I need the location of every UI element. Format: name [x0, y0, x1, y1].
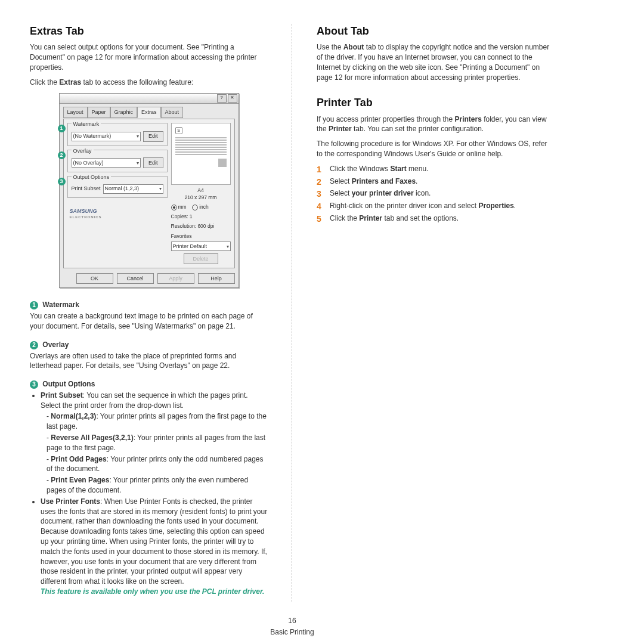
close-icon[interactable]: ✕ [228, 94, 237, 103]
column-divider [292, 24, 293, 602]
output-options-fieldset: 3 Output Options Print Subset Normal (1,… [67, 176, 168, 198]
tab-extras[interactable]: Extras [137, 107, 161, 118]
overlay-dropdown[interactable]: (No Overlay) [72, 158, 141, 168]
tab-graphic[interactable]: Graphic [110, 107, 138, 118]
ok-button[interactable]: OK [76, 273, 113, 284]
dialog-titlebar: ? ✕ [60, 94, 239, 104]
overlay-legend: Overlay [72, 148, 94, 154]
dash-odd: Print Odd Pages: Your printer prints onl… [47, 454, 268, 475]
heading-about-tab: About Tab [317, 24, 555, 39]
apply-button[interactable]: Apply [157, 273, 194, 284]
text: Click the Windows [330, 165, 390, 173]
text: tab to access the following feature: [81, 78, 193, 86]
bold: Reverse All Pages(3,2,1) [51, 434, 133, 442]
callout-overlay: 2 Overlay [30, 340, 268, 350]
marker-3: 3 [58, 178, 66, 185]
overlay-fieldset: 2 Overlay (No Overlay) Edit [67, 150, 168, 173]
text: . [514, 202, 516, 210]
bold: Print Even Pages [51, 476, 109, 484]
preview-size: A4 210 x 297 mm [171, 187, 231, 202]
preview-logo-icon: S [175, 127, 182, 134]
text: Right-click on the printer driver icon a… [330, 202, 478, 210]
callout-num-2: 2 [30, 341, 38, 349]
bold: Print Odd Pages [51, 455, 106, 463]
printer-p2: The following procedure is for Windows X… [317, 139, 555, 159]
text: Click the [30, 78, 59, 86]
intro-paragraph-2: Click the Extras tab to access the follo… [30, 78, 268, 88]
step-4: 4 Right-click on the printer driver icon… [317, 201, 555, 211]
bold-start: Start [390, 165, 406, 173]
watermark-fieldset: 1 Watermark (No Watermark) Edit [67, 123, 168, 146]
print-subset-dropdown[interactable]: Normal (1,2,3) [103, 184, 163, 194]
bold-your-printer-driver: your printer driver [352, 189, 414, 197]
dash-even: Print Even Pages: Your printer prints on… [47, 475, 268, 496]
favorites-delete-button[interactable]: Delete [184, 253, 218, 264]
section-title: Basic Printing [30, 627, 555, 637]
copies-info: Copies: 1 [171, 213, 231, 221]
favorites-dropdown[interactable]: Printer Default [171, 242, 231, 251]
heading-extras-tab: Extras Tab [30, 24, 268, 39]
tab-paper[interactable]: Paper [88, 107, 110, 118]
step-5: 5 Click the Printer tab and set the opti… [317, 213, 555, 224]
bold-print-subset: Print Subset [41, 391, 83, 400]
bold-printer: Printer [329, 125, 352, 133]
text: Use the [317, 43, 343, 51]
tab-about[interactable]: About [161, 107, 184, 118]
bullet-use-printer-fonts: Use Printer Fonts: When Use Printer Font… [41, 497, 268, 597]
unit-inch-label: inch [199, 204, 209, 210]
help-icon[interactable]: ? [217, 94, 227, 103]
printer-p1: If you access printer properties through… [317, 114, 555, 135]
bold-about: About [343, 43, 364, 51]
printer-properties-dialog: ? ✕ Layout Paper Graphic Extras About 1 … [59, 93, 239, 288]
callout-watermark: 1 Watermark [30, 300, 268, 310]
bold-printer-tab: Printer [359, 214, 382, 222]
overlay-edit-button[interactable]: Edit [143, 157, 163, 168]
overlay-value: (No Overlay) [73, 159, 104, 167]
brand-text: SAMSUNG [70, 208, 97, 214]
text: menu. [407, 165, 429, 173]
text: . [416, 177, 417, 185]
text: Select [330, 189, 352, 197]
step-3: 3 Select your printer driver icon. [317, 188, 555, 199]
output-legend: Output Options [72, 174, 112, 180]
step-1: 1 Click the Windows Start menu. [317, 164, 555, 174]
cancel-button[interactable]: Cancel [117, 273, 154, 284]
radio-inch[interactable] [192, 205, 198, 210]
print-subset-label: Print Subset [72, 185, 101, 193]
bold-use-printer-fonts: Use Printer Fonts [41, 497, 100, 506]
text: tab. You can set the printer configurati… [352, 125, 484, 133]
bold-printers-faxes: Printers and Faxes [352, 177, 416, 185]
bold-extras: Extras [59, 78, 81, 86]
step-2: 2 Select Printers and Faxes. [317, 177, 555, 187]
unit-mm-label: mm [178, 204, 187, 210]
bullet-print-subset: Print Subset: You can set the sequence i… [41, 391, 268, 496]
text: icon. [414, 189, 431, 197]
callout-title-overlay: Overlay [42, 340, 69, 349]
callout-num-3: 3 [30, 380, 38, 389]
help-button[interactable]: Help [198, 273, 235, 284]
bold: Normal(1,2,3) [51, 412, 96, 420]
text: If you access printer properties through… [317, 115, 454, 123]
dash-reverse: Reverse All Pages(3,2,1): Your printer p… [47, 433, 268, 453]
tab-layout[interactable]: Layout [63, 107, 88, 118]
intro-paragraph-1: You can select output options for your d… [30, 42, 268, 72]
callout-num-1: 1 [30, 301, 38, 309]
brand-subtext: ELECTRONICS [70, 215, 168, 219]
page-number: 16 [30, 616, 555, 626]
pcl-note: This feature is available only when you … [41, 587, 268, 597]
brand-logo: SAMSUNG ELECTRONICS [67, 202, 168, 222]
about-body: Use the About tab to display the copyrig… [317, 42, 555, 82]
watermark-edit-button[interactable]: Edit [143, 131, 163, 142]
watermark-value: (No Watermark) [73, 132, 112, 140]
watermark-dropdown[interactable]: (No Watermark) [72, 132, 141, 141]
bold-printers: Printers [454, 115, 481, 123]
marker-1: 1 [58, 125, 66, 132]
callout-output-options: 3 Output Options [30, 379, 268, 389]
callout-body-watermark: You can create a background text image t… [30, 311, 268, 332]
radio-mm[interactable] [171, 205, 177, 210]
watermark-legend: Watermark [72, 121, 101, 127]
bold-properties: Properties [478, 202, 513, 210]
text: Click the [330, 214, 359, 222]
favorites-value: Printer Default [173, 243, 208, 250]
marker-2: 2 [58, 151, 66, 159]
